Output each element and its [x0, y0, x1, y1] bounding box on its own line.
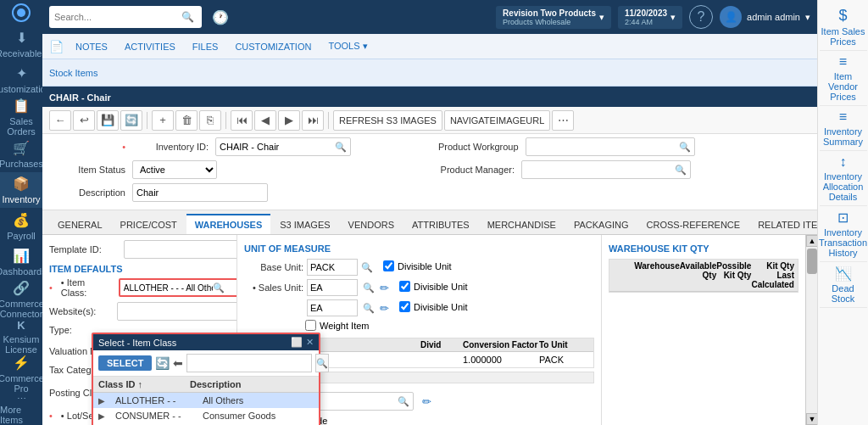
- tab-vendors[interactable]: VENDORS: [340, 214, 403, 234]
- undo-button[interactable]: ↩: [73, 110, 95, 131]
- tab-attributes[interactable]: ATTRIBUTES: [403, 214, 478, 234]
- base-unit-search-icon[interactable]: 🔍: [361, 262, 373, 273]
- sales-unit-input[interactable]: [310, 282, 354, 293]
- dropdown-row-allother[interactable]: ▶ ALLOTHER - - All Others: [93, 393, 319, 408]
- inventory-id-input[interactable]: [220, 142, 335, 152]
- navigate-image-button[interactable]: NAVIGATEIMAGEURL: [444, 110, 550, 131]
- tab-warehouses[interactable]: WAREHOUSES: [186, 214, 270, 234]
- help-icon[interactable]: ?: [689, 5, 713, 29]
- base-unit-field[interactable]: [307, 259, 358, 276]
- dropdown-select-button[interactable]: SELECT: [98, 355, 152, 371]
- right-item-sales-prices[interactable]: $ Item Sales Prices: [820, 3, 867, 51]
- files-button[interactable]: FILES: [187, 40, 224, 53]
- tab-general[interactable]: GENERAL: [49, 214, 111, 234]
- right-item-vendor-prices[interactable]: ≡ Item Vendor Prices: [820, 51, 867, 106]
- delete-button[interactable]: 🗑: [175, 110, 198, 131]
- dropdown-row-consumer[interactable]: ▶ CONSUMER - - Consumer Goods: [93, 408, 319, 423]
- fixed-abc-edit-icon[interactable]: ✏: [422, 395, 431, 408]
- notes-button[interactable]: NOTES: [70, 40, 113, 53]
- more-actions-button[interactable]: ⋯: [552, 110, 574, 131]
- user-info[interactable]: 👤 admin admin ▾: [720, 6, 810, 28]
- product-manager-search-icon[interactable]: 🔍: [675, 165, 687, 176]
- tab-s3images[interactable]: S3 IMAGES: [271, 214, 338, 234]
- item-status-select[interactable]: Active Inactive: [132, 160, 217, 179]
- search-input[interactable]: [54, 12, 181, 22]
- purchase-unit-edit-icon[interactable]: ✏: [380, 302, 389, 315]
- back-button[interactable]: ←: [49, 110, 71, 131]
- last-button[interactable]: ⏭: [302, 110, 324, 131]
- dropdown-search-icon[interactable]: 🔍: [315, 354, 329, 372]
- sidebar-item-kensium[interactable]: K Kensium License: [0, 319, 42, 355]
- activities-button[interactable]: ACTIVITIES: [120, 40, 181, 53]
- inventory-id-search-icon[interactable]: 🔍: [335, 142, 347, 153]
- date-info[interactable]: 11/20/2023 2:44 AM ▾: [618, 6, 682, 29]
- dropdown-refresh-icon[interactable]: 🔄: [155, 356, 170, 370]
- product-workgroup-field[interactable]: 🔍: [526, 137, 695, 156]
- product-workgroup-input[interactable]: [530, 142, 679, 152]
- first-button[interactable]: ⏮: [231, 110, 253, 131]
- tab-packaging[interactable]: PACKAGING: [565, 214, 637, 234]
- description-input[interactable]: [136, 187, 264, 198]
- history-icon[interactable]: 🕐: [209, 6, 232, 29]
- sidebar-item-inventory[interactable]: 📦 Inventory: [0, 172, 42, 208]
- sidebar-item-purchases[interactable]: 🛒 Purchases: [0, 137, 42, 172]
- scroll-up-button[interactable]: ▲: [806, 235, 817, 247]
- sidebar-item-sales-orders[interactable]: 📋 Sales Orders: [0, 98, 42, 137]
- dropdown-classid-header[interactable]: Class ID ↑: [98, 379, 183, 389]
- websites-field[interactable]: [117, 302, 237, 321]
- websites-input[interactable]: [121, 306, 237, 316]
- purchase-divisible-check[interactable]: [399, 301, 410, 312]
- refresh-button[interactable]: 🔄: [120, 110, 142, 131]
- prev-button[interactable]: ◀: [254, 110, 276, 131]
- add-button[interactable]: +: [152, 110, 174, 131]
- tab-merchandise[interactable]: MERCHANDISE: [479, 214, 565, 234]
- scroll-thumb[interactable]: [807, 249, 817, 274]
- refresh-s3-button[interactable]: REFRESH S3 IMAGES: [333, 110, 442, 131]
- item-class-input[interactable]: [124, 283, 213, 293]
- product-workgroup-search-icon[interactable]: 🔍: [679, 142, 691, 153]
- sales-unit-search-icon[interactable]: 🔍: [363, 282, 375, 294]
- sidebar-item-customization[interactable]: ✦ Customization: [0, 62, 42, 98]
- customization-button[interactable]: CUSTOMIZATION: [230, 40, 316, 53]
- dropdown-nav-prev-icon[interactable]: ⬅: [173, 356, 183, 370]
- sidebar-item-receivables[interactable]: ⬇ Receivables: [0, 26, 42, 62]
- sales-unit-edit-icon[interactable]: ✏: [380, 282, 389, 294]
- base-unit-input[interactable]: [310, 262, 354, 272]
- item-class-search-icon[interactable]: 🔍: [213, 282, 225, 294]
- product-manager-input[interactable]: [526, 165, 675, 175]
- sales-divisible-check[interactable]: [399, 281, 410, 292]
- sidebar-item-commerce[interactable]: 🔗 Commerce Connector: [0, 280, 42, 319]
- template-id-input[interactable]: [128, 244, 237, 254]
- weight-item-check[interactable]: [305, 320, 316, 331]
- description-field[interactable]: [132, 183, 268, 202]
- right-item-inventory-summary[interactable]: ≡ Inventory Summary: [820, 106, 867, 151]
- dropdown-desc-header[interactable]: Description: [190, 379, 314, 389]
- save-button[interactable]: 💾: [97, 110, 119, 131]
- breadcrumb-parent[interactable]: Stock Items: [49, 68, 97, 78]
- purchase-unit-input[interactable]: [310, 303, 354, 313]
- template-id-field[interactable]: [124, 240, 237, 259]
- tools-button[interactable]: TOOLS ▾: [323, 39, 372, 53]
- revision-info[interactable]: Revision Two Products Products Wholesale…: [496, 6, 611, 29]
- inventory-id-field[interactable]: 🔍: [215, 137, 351, 156]
- product-manager-field[interactable]: 🔍: [521, 160, 691, 179]
- right-item-inventory-allocation[interactable]: ↕ Inventory Allocation Details: [820, 151, 867, 206]
- purchase-unit-field[interactable]: [307, 299, 358, 316]
- tab-cross-reference[interactable]: CROSS-REFERENCE: [638, 214, 749, 234]
- right-item-dead-stock[interactable]: 📉 Dead Stock: [820, 262, 867, 308]
- sidebar-more-items[interactable]: ⋯ More Items: [0, 394, 42, 425]
- scroll-down-button[interactable]: ▼: [806, 413, 817, 425]
- sales-unit-field[interactable]: [307, 279, 358, 296]
- sidebar-item-commerce-pro[interactable]: ⚡ Commerce Pro: [0, 355, 42, 394]
- sidebar-item-payroll[interactable]: 💰 Payroll: [0, 208, 42, 243]
- purchase-unit-search-icon[interactable]: 🔍: [363, 303, 375, 314]
- fixed-abc-search-icon[interactable]: 🔍: [398, 396, 409, 407]
- dropdown-resize-icon[interactable]: ⬜: [291, 337, 303, 348]
- dropdown-search-input[interactable]: [186, 354, 312, 372]
- tab-related-items[interactable]: RELATED ITEMS: [749, 214, 817, 234]
- tab-price-cost[interactable]: PRICE/COST: [112, 214, 186, 234]
- divisible-unit-check1[interactable]: [383, 260, 394, 271]
- next-button[interactable]: ▶: [278, 110, 300, 131]
- app-logo[interactable]: [0, 0, 42, 26]
- item-class-field[interactable]: 🔍: [119, 278, 237, 297]
